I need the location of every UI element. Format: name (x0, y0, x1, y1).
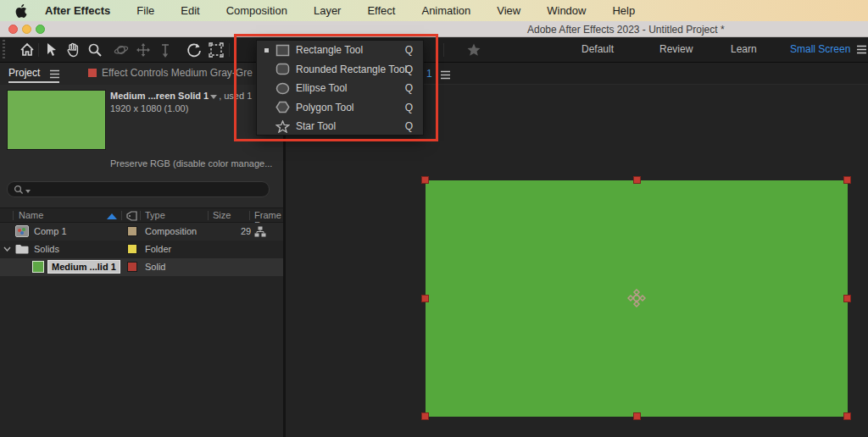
item-type: Folder (145, 244, 171, 254)
label-swatch-red[interactable] (127, 262, 137, 272)
menubar-item-view[interactable]: View (497, 4, 520, 17)
workspace-default[interactable]: Default (581, 43, 614, 55)
handle-mid-left[interactable] (421, 295, 429, 302)
project-panel-tabs: Project Effect Controls Medium Gray-Gre (0, 63, 283, 85)
sort-ascending-icon[interactable] (107, 213, 117, 219)
project-search-input[interactable] (7, 181, 270, 197)
shape-tools-dropdown: Rectangle Tool Q Rounded Rectangle Tool … (256, 40, 424, 136)
menu-item-rectangle-tool[interactable]: Rectangle Tool Q (257, 41, 423, 60)
minimize-button[interactable] (22, 25, 31, 34)
close-button[interactable] (8, 25, 18, 34)
menubar-item-effect[interactable]: Effect (367, 4, 395, 17)
menubar-item-help[interactable]: Help (612, 4, 635, 17)
solid-usage-text: , used 1 (219, 91, 252, 101)
column-header-name[interactable]: Name (19, 210, 43, 220)
pan-camera-icon[interactable] (135, 41, 152, 58)
solid-preview-thumbnail (7, 90, 106, 150)
project-list-header: Name Type Size Frame R (0, 207, 283, 223)
toolbar-separator (229, 43, 230, 57)
menubar-app-name[interactable]: After Effects (45, 4, 110, 17)
flowchart-icon[interactable] (254, 226, 266, 237)
rectangle-shape-icon (275, 44, 290, 57)
dropdown-arrow-icon[interactable] (210, 95, 217, 99)
zoom-tool-icon[interactable] (86, 41, 103, 58)
handle-top-center[interactable] (633, 176, 641, 184)
home-icon[interactable] (19, 41, 36, 58)
project-row-solids[interactable]: Solids Folder (0, 241, 283, 258)
search-options-caret-icon (25, 190, 31, 193)
star-favorite-icon[interactable] (465, 41, 482, 58)
composition-panel-menu-icon[interactable] (440, 69, 451, 80)
tab-project[interactable]: Project (8, 67, 40, 79)
menu-item-ellipse-tool[interactable]: Ellipse Tool Q (257, 79, 423, 98)
workspace-small-screen[interactable]: Small Screen (790, 43, 850, 55)
apple-icon[interactable] (15, 4, 27, 18)
label-color-column-icon[interactable] (126, 211, 137, 221)
menu-item-label: Polygon Tool (296, 102, 354, 113)
workspace-review[interactable]: Review (659, 43, 693, 55)
handle-top-left[interactable] (421, 176, 429, 184)
search-icon (14, 185, 24, 195)
handle-top-right[interactable] (843, 176, 851, 184)
selection-tool-icon[interactable] (42, 41, 59, 58)
anchor-point-icon[interactable] (627, 289, 646, 307)
project-row-comp1[interactable]: Comp 1 Composition 29 (0, 223, 283, 241)
handle-bottom-left[interactable] (421, 412, 429, 420)
handle-mid-right[interactable] (843, 295, 851, 302)
solid-title-text[interactable]: Medium ...reen Solid 1 (110, 91, 209, 101)
column-header-type[interactable]: Type (145, 210, 165, 220)
solid-item-icon (32, 261, 44, 273)
composition-item-icon (15, 225, 29, 237)
tab-effect-controls-label: Effect Controls Medium Gray-Gre (102, 67, 253, 79)
label-swatch-yellow[interactable] (127, 244, 137, 254)
menubar-item-file[interactable]: File (136, 4, 154, 17)
toolbar-separator (38, 43, 39, 57)
menu-item-label: Rectangle Tool (296, 44, 363, 56)
menubar-item-animation[interactable]: Animation (421, 4, 470, 17)
toolbar-separator (443, 43, 444, 57)
green-solid-layer[interactable] (426, 180, 848, 417)
project-row-solid-selected[interactable]: Medium ...lid 1 Solid (0, 258, 283, 276)
item-type: Composition (145, 226, 197, 236)
menu-item-shortcut: Q (405, 82, 413, 94)
chevron-down-icon[interactable] (3, 246, 11, 252)
menubar-item-layer[interactable]: Layer (314, 4, 342, 17)
menu-item-rounded-rectangle-tool[interactable]: Rounded Rectangle Tool Q (257, 60, 423, 80)
label-swatch-tan[interactable] (127, 226, 137, 236)
project-items-list: Comp 1 Composition 29 (0, 223, 283, 437)
column-header-size[interactable]: Size (213, 210, 231, 220)
zoom-button[interactable] (36, 25, 45, 34)
camera-region-icon[interactable] (208, 41, 225, 58)
orbit-camera-icon[interactable] (113, 41, 130, 58)
handle-bottom-right[interactable] (843, 412, 851, 420)
solid-dimensions: 1920 x 1080 (1.00) (110, 103, 188, 113)
composition-tab-label-fragment[interactable]: 1 (426, 68, 432, 80)
selected-tool-marker (264, 48, 269, 53)
item-name-editing[interactable]: Medium ...lid 1 (47, 260, 120, 274)
window-title: Adobe After Effects 2023 - Untitled Proj… (527, 24, 725, 36)
panel-drag-handle[interactable] (1, 40, 7, 60)
hand-tool-icon[interactable] (64, 41, 81, 58)
project-panel-menu-icon[interactable] (49, 69, 60, 80)
item-name: Solids (34, 244, 59, 254)
main-area: Project Effect Controls Medium Gray-Gre … (0, 63, 868, 437)
menu-item-star-tool[interactable]: Star Tool Q (257, 117, 423, 136)
menubar-item-window[interactable]: Window (547, 4, 586, 17)
rotation-tool-icon[interactable] (186, 41, 203, 58)
menu-item-shortcut: Q (405, 102, 413, 113)
menubar-item-edit[interactable]: Edit (181, 4, 199, 17)
workspace-menu-icon[interactable] (856, 44, 867, 55)
star-shape-icon (275, 120, 290, 133)
menu-item-shortcut: Q (405, 44, 413, 56)
menubar-item-composition[interactable]: Composition (226, 4, 287, 17)
item-frame-rate: 29 (241, 226, 251, 236)
handle-bottom-center[interactable] (633, 412, 641, 420)
menu-item-polygon-tool[interactable]: Polygon Tool Q (257, 98, 423, 118)
rounded-rectangle-shape-icon (275, 63, 290, 75)
menu-item-shortcut: Q (405, 64, 413, 75)
tab-effect-controls[interactable]: Effect Controls Medium Gray-Gre (88, 67, 281, 79)
workspace-learn[interactable]: Learn (731, 43, 757, 55)
menu-item-label: Star Tool (296, 120, 336, 132)
dolly-camera-icon[interactable] (157, 41, 174, 58)
project-panel: Project Effect Controls Medium Gray-Gre … (0, 63, 283, 437)
